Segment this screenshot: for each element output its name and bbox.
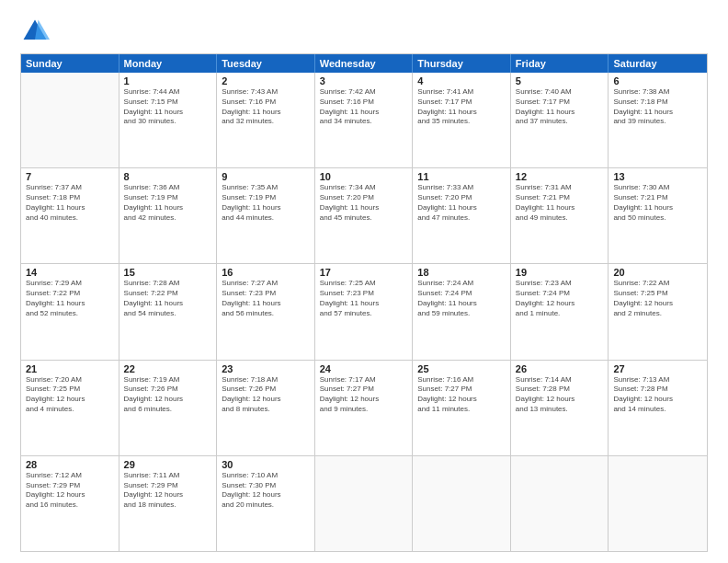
- day-number: 29: [124, 459, 212, 470]
- calendar-cell-1-1: [21, 73, 119, 167]
- calendar-cell-2-4: 10Sunrise: 7:34 AM Sunset: 7:20 PM Dayli…: [315, 168, 414, 263]
- day-info: Sunrise: 7:44 AM Sunset: 7:15 PM Dayligh…: [124, 87, 212, 127]
- day-info: Sunrise: 7:40 AM Sunset: 7:17 PM Dayligh…: [516, 87, 604, 127]
- calendar-cell-2-5: 11Sunrise: 7:33 AM Sunset: 7:20 PM Dayli…: [413, 168, 511, 263]
- calendar-cell-3-7: 20Sunrise: 7:22 AM Sunset: 7:25 PM Dayli…: [609, 264, 707, 359]
- day-info: Sunrise: 7:23 AM Sunset: 7:24 PM Dayligh…: [516, 279, 604, 318]
- day-number: 21: [26, 363, 114, 374]
- header-day-sunday: Sunday: [21, 54, 119, 73]
- calendar-cell-1-2: 1Sunrise: 7:44 AM Sunset: 7:15 PM Daylig…: [119, 73, 218, 167]
- day-info: Sunrise: 7:17 AM Sunset: 7:27 PM Dayligh…: [320, 375, 408, 415]
- day-info: Sunrise: 7:34 AM Sunset: 7:20 PM Dayligh…: [320, 183, 408, 223]
- day-number: 11: [417, 171, 506, 182]
- day-number: 12: [516, 171, 604, 182]
- calendar-cell-3-1: 14Sunrise: 7:29 AM Sunset: 7:22 PM Dayli…: [21, 264, 119, 359]
- calendar-cell-5-1: 28Sunrise: 7:12 AM Sunset: 7:29 PM Dayli…: [21, 456, 119, 551]
- day-number: 26: [516, 363, 604, 374]
- day-info: Sunrise: 7:27 AM Sunset: 7:23 PM Dayligh…: [222, 279, 310, 318]
- day-info: Sunrise: 7:42 AM Sunset: 7:16 PM Dayligh…: [320, 87, 408, 127]
- calendar-cell-2-6: 12Sunrise: 7:31 AM Sunset: 7:21 PM Dayli…: [511, 168, 609, 263]
- day-number: 9: [222, 171, 310, 182]
- calendar-cell-5-7: [609, 456, 707, 551]
- logo: [20, 17, 55, 46]
- day-number: 27: [613, 363, 702, 374]
- calendar-row-2: 7Sunrise: 7:37 AM Sunset: 7:18 PM Daylig…: [21, 168, 707, 264]
- day-info: Sunrise: 7:36 AM Sunset: 7:19 PM Dayligh…: [124, 183, 212, 223]
- logo-icon: [20, 17, 50, 46]
- calendar-cell-3-2: 15Sunrise: 7:28 AM Sunset: 7:22 PM Dayli…: [119, 264, 218, 359]
- calendar-cell-5-4: [315, 456, 414, 551]
- day-info: Sunrise: 7:25 AM Sunset: 7:23 PM Dayligh…: [320, 279, 408, 318]
- header-day-monday: Monday: [119, 54, 218, 73]
- svg-marker-1: [35, 20, 50, 40]
- day-number: 23: [222, 363, 310, 374]
- day-number: 10: [320, 171, 408, 182]
- day-info: Sunrise: 7:16 AM Sunset: 7:27 PM Dayligh…: [417, 375, 506, 415]
- day-info: Sunrise: 7:28 AM Sunset: 7:22 PM Dayligh…: [124, 279, 212, 318]
- header-day-tuesday: Tuesday: [217, 54, 315, 73]
- day-number: 5: [516, 75, 604, 86]
- calendar-body: 1Sunrise: 7:44 AM Sunset: 7:15 PM Daylig…: [21, 73, 707, 551]
- day-number: 6: [613, 75, 702, 86]
- day-number: 14: [26, 267, 114, 278]
- day-info: Sunrise: 7:24 AM Sunset: 7:24 PM Dayligh…: [417, 279, 506, 318]
- day-info: Sunrise: 7:20 AM Sunset: 7:25 PM Dayligh…: [26, 375, 114, 415]
- calendar-cell-3-6: 19Sunrise: 7:23 AM Sunset: 7:24 PM Dayli…: [511, 264, 609, 359]
- header: [20, 17, 708, 46]
- calendar-cell-4-3: 23Sunrise: 7:18 AM Sunset: 7:26 PM Dayli…: [217, 361, 315, 455]
- day-info: Sunrise: 7:22 AM Sunset: 7:25 PM Dayligh…: [613, 279, 702, 318]
- day-number: 13: [613, 171, 702, 182]
- day-info: Sunrise: 7:29 AM Sunset: 7:22 PM Dayligh…: [26, 279, 114, 318]
- day-number: 18: [417, 267, 506, 278]
- day-number: 22: [124, 363, 212, 374]
- day-info: Sunrise: 7:38 AM Sunset: 7:18 PM Dayligh…: [613, 87, 702, 127]
- calendar-cell-5-5: [413, 456, 511, 551]
- day-info: Sunrise: 7:18 AM Sunset: 7:26 PM Dayligh…: [222, 375, 310, 415]
- day-number: 4: [417, 75, 506, 86]
- calendar-cell-5-3: 30Sunrise: 7:10 AM Sunset: 7:30 PM Dayli…: [217, 456, 315, 551]
- day-number: 24: [320, 363, 408, 374]
- day-info: Sunrise: 7:10 AM Sunset: 7:30 PM Dayligh…: [222, 471, 310, 511]
- day-info: Sunrise: 7:33 AM Sunset: 7:20 PM Dayligh…: [417, 183, 506, 223]
- day-info: Sunrise: 7:30 AM Sunset: 7:21 PM Dayligh…: [613, 183, 702, 223]
- header-day-saturday: Saturday: [609, 54, 707, 73]
- day-info: Sunrise: 7:13 AM Sunset: 7:28 PM Dayligh…: [613, 375, 702, 415]
- day-number: 2: [222, 75, 310, 86]
- calendar-cell-5-6: [511, 456, 609, 551]
- calendar-cell-5-2: 29Sunrise: 7:11 AM Sunset: 7:29 PM Dayli…: [119, 456, 218, 551]
- calendar: SundayMondayTuesdayWednesdayThursdayFrid…: [20, 53, 708, 552]
- day-number: 15: [124, 267, 212, 278]
- calendar-cell-1-6: 5Sunrise: 7:40 AM Sunset: 7:17 PM Daylig…: [511, 73, 609, 167]
- calendar-cell-2-1: 7Sunrise: 7:37 AM Sunset: 7:18 PM Daylig…: [21, 168, 119, 263]
- calendar-cell-1-3: 2Sunrise: 7:43 AM Sunset: 7:16 PM Daylig…: [217, 73, 315, 167]
- calendar-row-1: 1Sunrise: 7:44 AM Sunset: 7:15 PM Daylig…: [21, 73, 707, 168]
- day-info: Sunrise: 7:35 AM Sunset: 7:19 PM Dayligh…: [222, 183, 310, 223]
- calendar-cell-1-7: 6Sunrise: 7:38 AM Sunset: 7:18 PM Daylig…: [609, 73, 707, 167]
- calendar-row-5: 28Sunrise: 7:12 AM Sunset: 7:29 PM Dayli…: [21, 456, 707, 551]
- calendar-cell-4-2: 22Sunrise: 7:19 AM Sunset: 7:26 PM Dayli…: [119, 361, 218, 455]
- day-number: 30: [222, 459, 310, 470]
- day-info: Sunrise: 7:14 AM Sunset: 7:28 PM Dayligh…: [516, 375, 604, 415]
- day-number: 19: [516, 267, 604, 278]
- day-number: 20: [613, 267, 702, 278]
- day-info: Sunrise: 7:11 AM Sunset: 7:29 PM Dayligh…: [124, 471, 212, 511]
- day-number: 28: [26, 459, 114, 470]
- calendar-cell-1-5: 4Sunrise: 7:41 AM Sunset: 7:17 PM Daylig…: [413, 73, 511, 167]
- day-info: Sunrise: 7:31 AM Sunset: 7:21 PM Dayligh…: [516, 183, 604, 223]
- day-number: 3: [320, 75, 408, 86]
- day-number: 7: [26, 171, 114, 182]
- day-number: 8: [124, 171, 212, 182]
- calendar-cell-2-7: 13Sunrise: 7:30 AM Sunset: 7:21 PM Dayli…: [609, 168, 707, 263]
- day-info: Sunrise: 7:12 AM Sunset: 7:29 PM Dayligh…: [26, 471, 114, 511]
- calendar-cell-4-4: 24Sunrise: 7:17 AM Sunset: 7:27 PM Dayli…: [315, 361, 414, 455]
- calendar-cell-1-4: 3Sunrise: 7:42 AM Sunset: 7:16 PM Daylig…: [315, 73, 414, 167]
- day-number: 1: [124, 75, 212, 86]
- day-number: 25: [417, 363, 506, 374]
- calendar-header: SundayMondayTuesdayWednesdayThursdayFrid…: [21, 54, 707, 73]
- day-number: 17: [320, 267, 408, 278]
- header-day-thursday: Thursday: [413, 54, 511, 73]
- day-number: 16: [222, 267, 310, 278]
- day-info: Sunrise: 7:43 AM Sunset: 7:16 PM Dayligh…: [222, 87, 310, 127]
- page: SundayMondayTuesdayWednesdayThursdayFrid…: [0, 0, 728, 563]
- calendar-cell-3-4: 17Sunrise: 7:25 AM Sunset: 7:23 PM Dayli…: [315, 264, 414, 359]
